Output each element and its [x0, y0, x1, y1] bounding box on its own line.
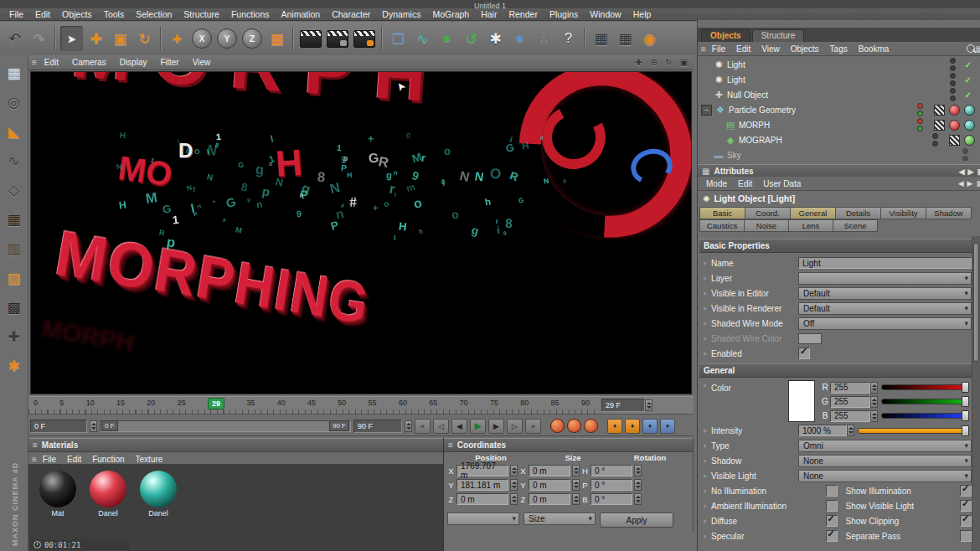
materials-menu-texture[interactable]: Texture — [131, 455, 168, 464]
model-mode-icon[interactable]: ◎ — [3, 91, 25, 113]
stepper[interactable] — [510, 479, 518, 491]
animation-dot[interactable] — [703, 306, 707, 311]
material-name[interactable]: Danel — [148, 509, 168, 518]
tree-item-light-1[interactable]: ✺ Light ✓ — [698, 57, 980, 72]
separate-pass-checkbox[interactable] — [960, 530, 972, 542]
enabled-checkbox[interactable] — [798, 348, 810, 359]
panel-grip-icon[interactable]: ≡ — [701, 44, 706, 54]
frame-range-slider[interactable]: 0 F 90 F — [100, 420, 351, 432]
material-item[interactable]: Danel — [137, 471, 179, 533]
animation-dot[interactable] — [703, 337, 707, 341]
animation-dot[interactable] — [703, 384, 707, 388]
online-updater-icon[interactable]: ◉ — [638, 26, 661, 51]
size-y-input[interactable]: 0 m — [529, 479, 570, 491]
workplane-mode-icon[interactable]: ◣ — [3, 121, 25, 142]
size-mode-select[interactable]: Size — [524, 512, 596, 525]
viewport-menu-display[interactable]: Display — [114, 58, 153, 67]
materials-browser[interactable]: Mat Danel Danel — [28, 464, 443, 539]
tab-coord[interactable]: Coord. — [745, 207, 791, 219]
enabled-check-icon[interactable]: ✓ — [965, 60, 972, 70]
tab-general[interactable]: General — [791, 207, 836, 219]
viewport-menu-cameras[interactable]: Cameras — [66, 58, 112, 67]
object-axis-mode-icon[interactable]: ✚ — [3, 326, 25, 348]
panel-grip-icon[interactable]: ≡ — [448, 440, 453, 450]
rotation-p-input[interactable]: 0 ° — [591, 479, 632, 491]
redo-icon[interactable]: ↷ — [28, 26, 50, 51]
viewport-menu-view[interactable]: View — [187, 58, 217, 67]
layer-select[interactable] — [798, 272, 972, 285]
mograph-object-button[interactable]: ↺ — [460, 26, 482, 51]
timeline-ticks[interactable]: 0 5 10 15 20 25 29 35 40 45 50 55 60 65 … — [28, 397, 595, 414]
panel-grip-icon[interactable]: ▦ — [702, 167, 709, 176]
objects-menu-view[interactable]: View — [756, 44, 785, 54]
tab-caustics[interactable]: Caustics — [699, 219, 745, 232]
rotation-b-input[interactable]: 0 ° — [591, 493, 632, 505]
stepper[interactable] — [572, 493, 580, 505]
tab-lens[interactable]: Lens — [789, 219, 833, 232]
texture-tag-icon[interactable] — [934, 120, 945, 131]
material-tag-red-icon[interactable] — [949, 105, 960, 116]
green-value-input[interactable]: 255 — [830, 396, 870, 408]
red-slider[interactable] — [881, 384, 968, 390]
current-frame-input[interactable]: 29 F — [601, 399, 645, 412]
animation-dot[interactable] — [703, 474, 707, 478]
maximize-view-icon[interactable]: ▣ — [678, 57, 690, 69]
make-editable-icon[interactable]: ▦ — [3, 62, 25, 84]
render-view-button[interactable] — [300, 30, 322, 48]
tab-visibility[interactable]: Visibility — [881, 207, 926, 219]
stepper[interactable] — [510, 493, 518, 505]
history-forward-icon[interactable]: ▶ — [968, 167, 974, 176]
add-deformer-button[interactable]: ● — [508, 26, 531, 51]
animation-dot[interactable] — [703, 489, 707, 493]
material-tag-teal-icon[interactable] — [964, 105, 975, 116]
rotation-h-input[interactable]: 0 ° — [591, 465, 632, 476]
lock-x-axis-button[interactable]: X — [192, 28, 212, 49]
position-y-input[interactable]: 181.181 m — [456, 479, 508, 491]
menu-edit[interactable]: Edit — [29, 9, 56, 19]
stepper[interactable] — [572, 465, 580, 476]
material-item[interactable]: Danel — [87, 471, 129, 533]
simulation-button[interactable]: ∴ — [533, 26, 555, 51]
range-slider-right-handle[interactable]: 90 F — [329, 420, 349, 431]
range-start-stepper[interactable] — [90, 420, 97, 432]
key-scale-toggle[interactable]: ♦ — [625, 419, 640, 434]
record-keyframe-button[interactable] — [550, 419, 565, 433]
visibility-dots[interactable] — [917, 103, 923, 116]
spline-edit-icon[interactable]: ∿ — [3, 150, 25, 172]
size-z-input[interactable]: 0 m — [529, 493, 570, 505]
animation-dot[interactable] — [703, 261, 707, 265]
texture-tag-icon[interactable] — [934, 105, 945, 116]
texture-tag-icon[interactable] — [949, 135, 960, 146]
menu-file[interactable]: File — [3, 9, 29, 19]
animation-dot[interactable] — [703, 534, 707, 538]
slider-knob[interactable] — [962, 396, 969, 407]
no-illumination-checkbox[interactable] — [826, 485, 838, 497]
current-frame-marker[interactable]: 29 — [208, 398, 224, 409]
enabled-check-icon[interactable]: ✓ — [965, 90, 972, 100]
animation-dot[interactable] — [703, 352, 707, 356]
viewport-menu-edit[interactable]: Edit — [39, 58, 64, 67]
object-name[interactable]: MORPH — [739, 121, 770, 130]
material-tag-teal-icon[interactable] — [964, 120, 975, 131]
tab-scene[interactable]: Scene — [833, 219, 878, 232]
slider-knob[interactable] — [962, 410, 969, 421]
animation-dot[interactable] — [703, 429, 707, 433]
size-x-input[interactable]: 0 m — [529, 465, 570, 476]
menu-functions[interactable]: Functions — [225, 9, 276, 19]
go-to-last-frame-button[interactable]: » — [525, 419, 541, 434]
object-name[interactable]: Light — [727, 75, 745, 85]
key-position-toggle[interactable]: ♦ — [607, 419, 622, 434]
next-key-button[interactable]: ▷ — [507, 419, 523, 434]
objects-menu-objects[interactable]: Objects — [786, 44, 824, 54]
last-tool-icon[interactable]: ✚ — [166, 26, 188, 51]
stepper[interactable] — [634, 479, 642, 491]
menu-window[interactable]: Window — [584, 9, 627, 19]
tree-item-mograph[interactable]: ◆ MOGRAPH — [698, 132, 980, 147]
material-preview-sphere[interactable] — [39, 471, 76, 507]
show-clipping-checkbox[interactable] — [960, 515, 972, 527]
frame-stepper[interactable] — [645, 399, 652, 411]
menu-render[interactable]: Render — [503, 9, 543, 19]
material-tag-green-icon[interactable] — [964, 135, 975, 146]
visibility-dots[interactable] — [950, 73, 956, 86]
record-selected-button[interactable] — [584, 419, 598, 433]
